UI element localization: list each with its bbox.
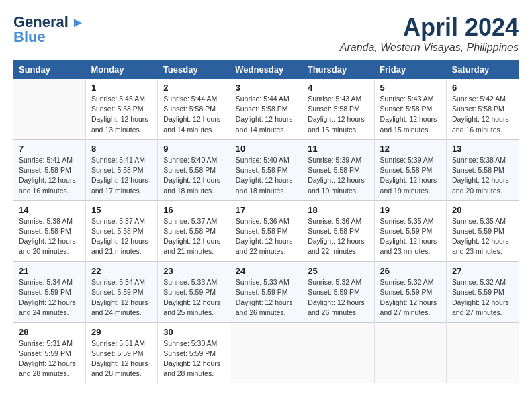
calendar-cell: 8Sunrise: 5:41 AMSunset: 5:58 PMDaylight… (85, 139, 157, 200)
calendar-cell: 12Sunrise: 5:39 AMSunset: 5:58 PMDayligh… (374, 139, 446, 200)
calendar-cell: 2Sunrise: 5:44 AMSunset: 5:58 PMDaylight… (158, 79, 230, 139)
header-day-tuesday: Tuesday (158, 60, 230, 79)
day-number: 11 (308, 144, 368, 154)
week-row-3: 14Sunrise: 5:38 AMSunset: 5:58 PMDayligh… (13, 200, 519, 261)
day-info: Sunrise: 5:39 AMSunset: 5:58 PMDaylight:… (308, 155, 368, 196)
header-day-saturday: Saturday (447, 60, 519, 79)
day-info: Sunrise: 5:33 AMSunset: 5:59 PMDaylight:… (163, 277, 224, 318)
day-info: Sunrise: 5:35 AMSunset: 5:59 PMDaylight:… (380, 216, 441, 257)
day-number: 1 (91, 83, 152, 93)
day-number: 22 (91, 266, 152, 276)
day-info: Sunrise: 5:31 AMSunset: 5:59 PMDaylight:… (19, 338, 80, 379)
day-info: Sunrise: 5:41 AMSunset: 5:58 PMDaylight:… (91, 155, 152, 196)
calendar-cell (374, 322, 446, 383)
calendar-subtitle: Aranda, Western Visayas, Philippines (340, 42, 519, 54)
calendar-table: SundayMondayTuesdayWednesdayThursdayFrid… (13, 60, 519, 383)
calendar-cell: 5Sunrise: 5:43 AMSunset: 5:58 PMDaylight… (374, 79, 446, 139)
day-number: 20 (452, 205, 513, 215)
calendar-cell: 6Sunrise: 5:42 AMSunset: 5:58 PMDaylight… (447, 79, 519, 139)
day-info: Sunrise: 5:38 AMSunset: 5:58 PMDaylight:… (19, 216, 80, 257)
day-number: 19 (380, 205, 441, 215)
calendar-cell (447, 322, 519, 383)
calendar-cell (302, 322, 374, 383)
day-info: Sunrise: 5:40 AMSunset: 5:58 PMDaylight:… (163, 155, 224, 196)
calendar-cell: 29Sunrise: 5:31 AMSunset: 5:59 PMDayligh… (85, 322, 157, 383)
day-info: Sunrise: 5:37 AMSunset: 5:58 PMDaylight:… (163, 216, 224, 257)
header-day-friday: Friday (374, 60, 446, 79)
logo-blue: Blue (13, 28, 46, 46)
calendar-cell: 18Sunrise: 5:36 AMSunset: 5:58 PMDayligh… (302, 200, 374, 261)
day-info: Sunrise: 5:31 AMSunset: 5:59 PMDaylight:… (91, 338, 152, 379)
day-info: Sunrise: 5:36 AMSunset: 5:58 PMDaylight:… (308, 216, 368, 257)
calendar-cell: 17Sunrise: 5:36 AMSunset: 5:58 PMDayligh… (230, 200, 302, 261)
page-header: General ► Blue April 2024 Aranda, Wester… (13, 13, 519, 54)
logo: General ► Blue (13, 13, 85, 46)
calendar-cell: 20Sunrise: 5:35 AMSunset: 5:59 PMDayligh… (447, 200, 519, 261)
header-day-monday: Monday (85, 60, 157, 79)
calendar-cell: 25Sunrise: 5:32 AMSunset: 5:59 PMDayligh… (302, 261, 374, 322)
day-info: Sunrise: 5:44 AMSunset: 5:58 PMDaylight:… (163, 94, 224, 135)
day-number: 12 (380, 144, 441, 154)
day-number: 16 (163, 205, 224, 215)
calendar-cell: 1Sunrise: 5:45 AMSunset: 5:58 PMDaylight… (85, 79, 157, 139)
calendar-cell: 22Sunrise: 5:34 AMSunset: 5:59 PMDayligh… (85, 261, 157, 322)
calendar-cell: 24Sunrise: 5:33 AMSunset: 5:59 PMDayligh… (230, 261, 302, 322)
calendar-cell: 7Sunrise: 5:41 AMSunset: 5:58 PMDaylight… (13, 139, 85, 200)
day-info: Sunrise: 5:38 AMSunset: 5:58 PMDaylight:… (452, 155, 513, 196)
day-info: Sunrise: 5:35 AMSunset: 5:59 PMDaylight:… (452, 216, 513, 257)
calendar-cell: 4Sunrise: 5:43 AMSunset: 5:58 PMDaylight… (302, 79, 374, 139)
calendar-header: SundayMondayTuesdayWednesdayThursdayFrid… (13, 60, 519, 79)
day-info: Sunrise: 5:30 AMSunset: 5:59 PMDaylight:… (163, 338, 224, 379)
week-row-4: 21Sunrise: 5:34 AMSunset: 5:59 PMDayligh… (13, 261, 519, 322)
day-number: 24 (236, 266, 296, 276)
day-info: Sunrise: 5:41 AMSunset: 5:58 PMDaylight:… (19, 155, 80, 196)
week-row-5: 28Sunrise: 5:31 AMSunset: 5:59 PMDayligh… (13, 322, 519, 383)
calendar-body: 1Sunrise: 5:45 AMSunset: 5:58 PMDaylight… (13, 79, 519, 383)
day-info: Sunrise: 5:32 AMSunset: 5:59 PMDaylight:… (308, 277, 368, 318)
header-day-wednesday: Wednesday (230, 60, 302, 79)
day-info: Sunrise: 5:34 AMSunset: 5:59 PMDaylight:… (91, 277, 152, 318)
day-number: 3 (236, 83, 296, 93)
calendar-cell: 27Sunrise: 5:32 AMSunset: 5:59 PMDayligh… (447, 261, 519, 322)
day-number: 8 (91, 144, 152, 154)
day-info: Sunrise: 5:43 AMSunset: 5:58 PMDaylight:… (308, 94, 368, 135)
day-info: Sunrise: 5:39 AMSunset: 5:58 PMDaylight:… (380, 155, 441, 196)
calendar-cell: 15Sunrise: 5:37 AMSunset: 5:58 PMDayligh… (85, 200, 157, 261)
day-number: 29 (91, 327, 152, 337)
day-info: Sunrise: 5:42 AMSunset: 5:58 PMDaylight:… (452, 94, 513, 135)
day-number: 26 (380, 266, 441, 276)
title-area: April 2024 Aranda, Western Visayas, Phil… (340, 13, 519, 54)
calendar-cell: 3Sunrise: 5:44 AMSunset: 5:58 PMDaylight… (230, 79, 302, 139)
calendar-cell: 11Sunrise: 5:39 AMSunset: 5:58 PMDayligh… (302, 139, 374, 200)
header-day-sunday: Sunday (13, 60, 85, 79)
day-number: 21 (19, 266, 80, 276)
calendar-title: April 2024 (340, 13, 519, 42)
header-day-thursday: Thursday (302, 60, 374, 79)
day-info: Sunrise: 5:36 AMSunset: 5:58 PMDaylight:… (236, 216, 296, 257)
calendar-cell (230, 322, 302, 383)
calendar-cell: 9Sunrise: 5:40 AMSunset: 5:58 PMDaylight… (158, 139, 230, 200)
day-info: Sunrise: 5:37 AMSunset: 5:58 PMDaylight:… (91, 216, 152, 257)
calendar-cell: 28Sunrise: 5:31 AMSunset: 5:59 PMDayligh… (13, 322, 85, 383)
calendar-cell: 30Sunrise: 5:30 AMSunset: 5:59 PMDayligh… (158, 322, 230, 383)
week-row-2: 7Sunrise: 5:41 AMSunset: 5:58 PMDaylight… (13, 139, 519, 200)
day-number: 13 (452, 144, 513, 154)
day-info: Sunrise: 5:40 AMSunset: 5:58 PMDaylight:… (236, 155, 296, 196)
calendar-cell: 16Sunrise: 5:37 AMSunset: 5:58 PMDayligh… (158, 200, 230, 261)
day-number: 9 (163, 144, 224, 154)
day-info: Sunrise: 5:45 AMSunset: 5:58 PMDaylight:… (91, 94, 152, 135)
calendar-cell: 10Sunrise: 5:40 AMSunset: 5:58 PMDayligh… (230, 139, 302, 200)
day-number: 4 (308, 83, 368, 93)
header-row: SundayMondayTuesdayWednesdayThursdayFrid… (13, 60, 519, 79)
day-info: Sunrise: 5:32 AMSunset: 5:59 PMDaylight:… (452, 277, 513, 318)
day-number: 28 (19, 327, 80, 337)
calendar-cell (13, 79, 85, 139)
day-number: 30 (163, 327, 224, 337)
day-number: 18 (308, 205, 368, 215)
calendar-cell: 13Sunrise: 5:38 AMSunset: 5:58 PMDayligh… (447, 139, 519, 200)
day-number: 25 (308, 266, 368, 276)
day-number: 17 (236, 205, 296, 215)
calendar-cell: 19Sunrise: 5:35 AMSunset: 5:59 PMDayligh… (374, 200, 446, 261)
day-number: 14 (19, 205, 80, 215)
week-row-1: 1Sunrise: 5:45 AMSunset: 5:58 PMDaylight… (13, 79, 519, 139)
